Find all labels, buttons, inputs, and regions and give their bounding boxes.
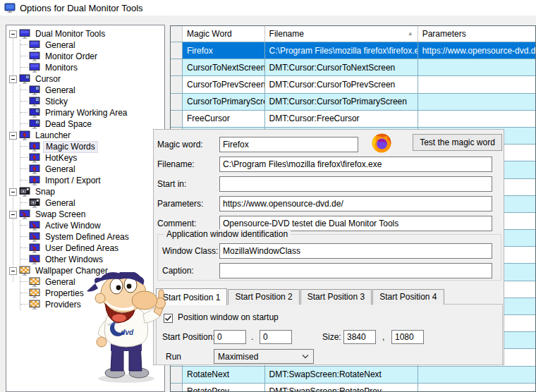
magic-word-input[interactable] (219, 137, 358, 152)
tree-item-label: Dual Monitor Tools (33, 29, 107, 39)
cursor-monitor-icon (29, 97, 40, 107)
run-mode-dropdown[interactable]: Maximised (214, 349, 314, 364)
tab-start-position-4[interactable]: Start Position 4 (372, 289, 444, 305)
mascot-character: opensource -dvd (80, 272, 173, 386)
cursor-monitor-icon (29, 119, 40, 130)
tree-connector (20, 259, 28, 261)
collapse-minus-icon[interactable] (9, 188, 17, 196)
test-magic-word-button[interactable]: Test the magic word (413, 134, 502, 151)
tree-item-system-defined-areas[interactable]: System Defined Areas (20, 231, 164, 243)
firefox-icon (370, 132, 393, 154)
cell-magic-word: Firefox (183, 42, 265, 59)
tree-item-import-export[interactable]: Import / Export (20, 175, 164, 186)
window-class-input[interactable] (219, 243, 492, 259)
tree-children: GeneralStickyPrimary Working AreaDead Sp… (20, 85, 164, 130)
tree-item-label: Snap (33, 187, 57, 197)
column-header-filename[interactable]: Filename ▲ (265, 26, 418, 42)
tree-item-general[interactable]: General (20, 39, 164, 51)
tree-item-general[interactable]: General (20, 164, 164, 175)
tree-group-dual-monitor-tools: Dual Monitor ToolsGeneralMonitor OrderMo… (9, 28, 164, 73)
tree-item-general[interactable]: General (20, 197, 164, 209)
start-position-x-input[interactable] (214, 330, 246, 344)
tree-item-hotkeys[interactable]: HotKeys (20, 152, 164, 164)
cell-filename: DMT:Cursor:CursorToPrevScreen (265, 76, 418, 92)
tree-connector (20, 304, 28, 306)
tree-item-dead-space[interactable]: Dead Space (20, 118, 164, 130)
tree-item-label: Magic Words (43, 141, 98, 153)
cell-parameters: https://www.opensource-dvd.de/ (418, 42, 535, 59)
tree-item-primary-working-area[interactable]: Primary Working Area (20, 107, 164, 118)
tree-connector (20, 146, 28, 148)
caption-input[interactable] (219, 263, 492, 278)
size-width-input[interactable] (343, 330, 376, 344)
cell-magic-word: CursorToPrevScreen (183, 76, 265, 92)
row-header-cell (171, 111, 183, 127)
tree-item-magic-words[interactable]: Magic Words (20, 141, 164, 152)
cell-parameters (418, 76, 535, 92)
table-row[interactable]: CursorToNextScreenDMT:Cursor:CursorToNex… (171, 59, 535, 76)
tree-item-label: Monitors (43, 63, 80, 73)
tree-group-cursor: CursorGeneralStickyPrimary Working AreaD… (9, 73, 164, 130)
tab-start-position-3[interactable]: Start Position 3 (300, 289, 372, 305)
start-position-1-panel: Position window on startup Start Positio… (156, 304, 503, 365)
tree-item-label: Cursor (33, 74, 63, 85)
magic-word-editor-dialog: Magic word: Test the magic word Filename… (153, 129, 504, 365)
tree-item-cursor[interactable]: Cursor (9, 73, 164, 85)
table-row[interactable]: FreeCursorDMT:Cursor:FreeCursor (171, 111, 535, 128)
swap-monitor-icon (29, 232, 40, 243)
table-row[interactable]: FirefoxC:\Program Files\mozilla firefox\… (171, 42, 535, 59)
tree-item-swap-screen[interactable]: Swap Screen (9, 209, 164, 220)
collapse-minus-icon[interactable] (9, 267, 17, 275)
tree-item-label: Primary Working Area (43, 108, 129, 118)
tree-item-label: Sticky (43, 97, 70, 107)
tree-connector (20, 225, 28, 227)
tree-item-active-window[interactable]: Active Window (20, 220, 164, 231)
tree-item-general[interactable]: General (20, 85, 164, 96)
wallpaper-monitor-icon (29, 288, 40, 299)
cell-filename: DMT:SwapScreen:RotatePrev (265, 384, 418, 392)
column-header-parameters[interactable]: Parameters (418, 26, 535, 42)
table-row[interactable]: RotatePrevDMT:SwapScreen:RotatePrev (171, 384, 535, 392)
size-height-input[interactable] (391, 330, 424, 344)
start-in-input[interactable] (219, 176, 492, 192)
collapse-minus-icon[interactable] (9, 75, 17, 83)
tree-connector (20, 90, 28, 92)
cursor-monitor-icon (29, 108, 40, 118)
swap-monitor-icon (29, 221, 40, 231)
launcher-monitor-icon (29, 164, 40, 175)
tree-item-sticky[interactable]: Sticky (20, 96, 164, 107)
tab-start-position-2[interactable]: Start Position 2 (228, 289, 299, 305)
tree-connector (20, 44, 28, 47)
tree-item-user-defined-areas[interactable]: User Defined Areas (20, 243, 164, 254)
tree-item-snap[interactable]: Snap (9, 186, 164, 197)
tree-item-launcher[interactable]: Launcher (9, 130, 164, 141)
column-header-magic-word[interactable]: Magic Word (183, 26, 265, 42)
cell-parameters (418, 59, 535, 75)
tree-item-monitors[interactable]: Monitors (20, 62, 164, 73)
tree-group-launcher: LauncherMagic WordsHotKeysGeneralImport … (9, 130, 164, 186)
size-label: Size: (322, 330, 341, 344)
tree-item-other-windows[interactable]: Other Windows (20, 254, 164, 265)
tree-item-label: System Defined Areas (43, 232, 131, 243)
table-row[interactable]: CursorToPrimaryScreenDMT:Cursor:CursorTo… (171, 94, 535, 111)
tree-item-monitor-order[interactable]: Monitor Order (20, 51, 164, 62)
tree-connector (20, 123, 28, 125)
collapse-minus-icon[interactable] (9, 211, 17, 219)
tree-item-label: Providers (43, 300, 83, 310)
filename-input[interactable] (219, 157, 492, 172)
table-row[interactable]: RotateNextDMT:SwapScreen:RotateNext (171, 367, 535, 384)
start-position-y-input[interactable] (260, 330, 292, 344)
tree-item-dual-monitor-tools[interactable]: Dual Monitor Tools (9, 28, 164, 39)
collapse-minus-icon[interactable] (9, 132, 17, 140)
launcher-monitor-icon (29, 176, 40, 186)
parameters-input[interactable] (219, 196, 492, 212)
tree-group-snap: SnapGeneral (9, 186, 164, 209)
cell-filename: DMT:SwapScreen:RotateNext (265, 367, 418, 383)
swap-monitor-icon (19, 209, 30, 220)
start-in-label: Start in: (157, 176, 186, 192)
table-row[interactable]: CursorToPrevScreenDMT:Cursor:CursorToPre… (171, 76, 535, 93)
tree-item-label: Import / Export (43, 176, 103, 186)
collapse-minus-icon[interactable] (9, 30, 17, 38)
tree-item-label: Monitor Order (43, 51, 99, 62)
dmt-monitor-icon (29, 63, 40, 73)
